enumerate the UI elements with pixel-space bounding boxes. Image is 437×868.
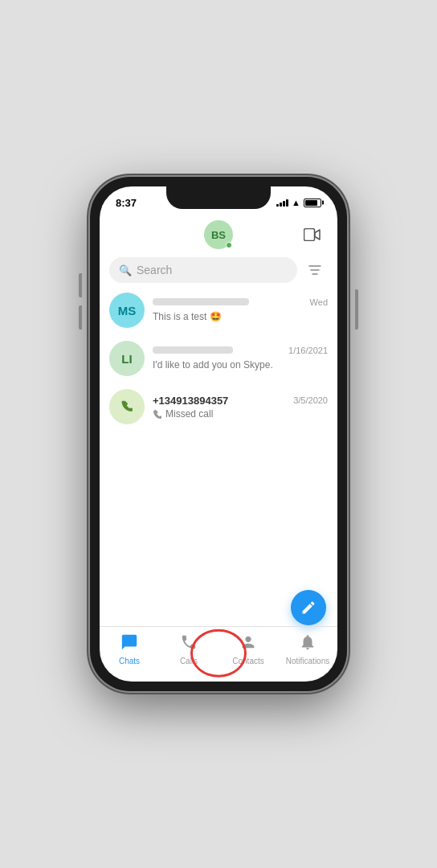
chat-item[interactable]: MS Wed This is a test 🤩 xyxy=(100,286,337,334)
avatar xyxy=(109,389,145,424)
chat-preview: I'd like to add you on Skype. xyxy=(153,359,273,371)
online-indicator xyxy=(226,242,232,248)
volume-up-button xyxy=(79,273,82,297)
avatar: LI xyxy=(109,341,145,376)
chat-date: 3/5/2020 xyxy=(293,395,328,405)
nav-item-chats[interactable]: Chats xyxy=(100,633,159,665)
nav-label-chats: Chats xyxy=(119,657,140,665)
chat-date: 1/16/2021 xyxy=(288,346,328,355)
calls-icon xyxy=(180,633,198,655)
chat-content: +134913894357 3/5/2020 Missed call xyxy=(153,395,328,420)
contact-phone-number: +134913894357 xyxy=(153,395,228,407)
nav-label-contacts: Contacts xyxy=(232,657,263,665)
notifications-icon xyxy=(299,633,317,655)
search-bar: 🔍 Search xyxy=(109,257,328,283)
filter-button[interactable] xyxy=(302,257,328,283)
compose-button[interactable] xyxy=(291,590,326,625)
status-time: 8:37 xyxy=(116,197,137,209)
notch xyxy=(166,186,271,209)
bottom-nav: Chats Calls Contacts xyxy=(100,626,337,682)
nav-item-calls[interactable]: Calls xyxy=(159,633,218,665)
nav-label-calls: Calls xyxy=(180,657,198,665)
chat-item[interactable]: LI 1/16/2021 I'd like to add you on Skyp… xyxy=(100,334,337,383)
phone-frame: 8:37 ▲ BS xyxy=(90,177,347,691)
chat-content: 1/16/2021 I'd like to add you on Skype. xyxy=(153,346,328,371)
chat-preview: This is a test 🤩 xyxy=(153,311,222,322)
missed-call-row: Missed call xyxy=(153,408,328,420)
contact-name-blurred xyxy=(153,346,233,354)
app-header: BS xyxy=(100,215,337,254)
contact-name-blurred xyxy=(153,298,249,305)
search-input[interactable]: 🔍 Search xyxy=(109,257,297,283)
volume-down-button xyxy=(79,305,82,330)
power-button xyxy=(355,289,358,330)
missed-call-label: Missed call xyxy=(165,408,213,420)
signal-icon xyxy=(276,199,288,207)
svg-rect-0 xyxy=(304,229,315,241)
chat-item[interactable]: +134913894357 3/5/2020 Missed call xyxy=(100,383,337,431)
nav-item-notifications[interactable]: Notifications xyxy=(278,633,337,665)
nav-label-notifications: Notifications xyxy=(286,657,329,665)
avatar: MS xyxy=(109,293,145,328)
video-call-button[interactable] xyxy=(300,223,325,247)
chats-icon xyxy=(120,633,138,655)
contacts-icon xyxy=(239,633,257,655)
status-icons: ▲ xyxy=(276,198,321,207)
search-icon: 🔍 xyxy=(119,264,132,276)
chat-list: MS Wed This is a test 🤩 LI 1/16/2021 xyxy=(100,286,337,626)
nav-item-contacts[interactable]: Contacts xyxy=(218,633,278,665)
user-avatar[interactable]: BS xyxy=(204,220,233,249)
chat-date: Wed xyxy=(310,297,328,307)
phone-screen: 8:37 ▲ BS xyxy=(100,186,337,682)
battery-icon xyxy=(304,199,321,207)
chat-content: Wed This is a test 🤩 xyxy=(153,297,328,323)
wifi-icon: ▲ xyxy=(292,198,300,207)
